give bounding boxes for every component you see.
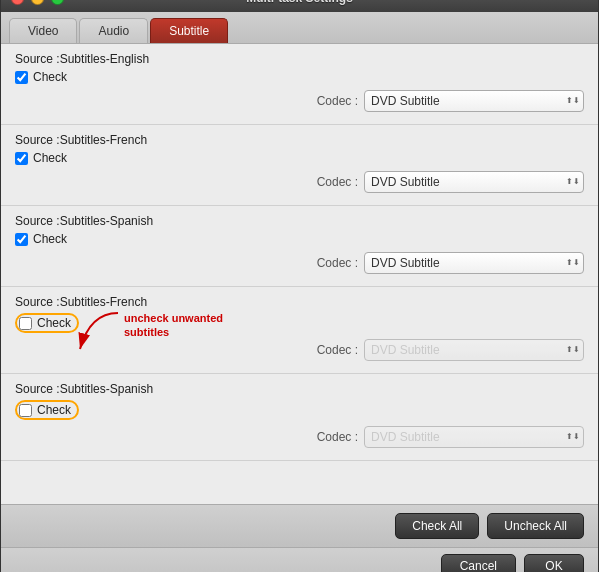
codec-select-wrapper-3: DVD Subtitle SRT SSA/ASS VobSub xyxy=(364,252,584,274)
annotation-text: uncheck unwanted subtitles xyxy=(124,311,223,340)
codec-select-1[interactable]: DVD Subtitle SRT SSA/ASS VobSub xyxy=(364,90,584,112)
main-window: Multi-task Settings Video Audio Subtitle… xyxy=(0,0,599,572)
codec-select-5[interactable]: DVD Subtitle xyxy=(364,426,584,448)
check-row-4: Check uncheck unwanted subtitl xyxy=(15,313,584,333)
tab-video[interactable]: Video xyxy=(9,18,77,43)
codec-select-wrapper-5: DVD Subtitle xyxy=(364,426,584,448)
close-button[interactable] xyxy=(11,0,24,5)
check-all-button[interactable]: Check All xyxy=(395,513,479,539)
cancel-button[interactable]: Cancel xyxy=(441,554,516,572)
window-title: Multi-task Settings xyxy=(246,0,353,5)
subtitle-entry-3: Source :Subtitles-Spanish Check Codec : … xyxy=(1,206,598,287)
check-input-3[interactable] xyxy=(15,233,28,246)
codec-label-4: Codec : xyxy=(317,343,358,357)
check-input-2[interactable] xyxy=(15,152,28,165)
check-label-4: Check xyxy=(37,316,71,330)
codec-select-3[interactable]: DVD Subtitle SRT SSA/ASS VobSub xyxy=(364,252,584,274)
arrow-icon xyxy=(70,311,120,355)
codec-row-1: Codec : DVD Subtitle SRT SSA/ASS VobSub xyxy=(15,90,584,112)
codec-select-2[interactable]: DVD Subtitle SRT SSA/ASS VobSub xyxy=(364,171,584,193)
bottom-action-bar: Check All Uncheck All xyxy=(1,504,598,547)
check-row-5: Check xyxy=(15,400,584,420)
codec-select-4[interactable]: DVD Subtitle xyxy=(364,339,584,361)
annotation-arrow: uncheck unwanted subtitles xyxy=(70,311,223,355)
codec-select-wrapper-1: DVD Subtitle SRT SSA/ASS VobSub xyxy=(364,90,584,112)
codec-label-1: Codec : xyxy=(317,94,358,108)
codec-label-3: Codec : xyxy=(317,256,358,270)
subtitle-entry-4: Source :Subtitles-French Check xyxy=(1,287,598,374)
tab-subtitle[interactable]: Subtitle xyxy=(150,18,228,43)
uncheck-all-button[interactable]: Uncheck All xyxy=(487,513,584,539)
subtitle-entry-2: Source :Subtitles-French Check Codec : D… xyxy=(1,125,598,206)
source-label-1: Source :Subtitles-English xyxy=(15,52,584,66)
spacer xyxy=(1,461,598,481)
source-label-2: Source :Subtitles-French xyxy=(15,133,584,147)
check-row-2: Check xyxy=(15,151,584,165)
footer-bar: Cancel OK xyxy=(1,547,598,572)
check-input-1[interactable] xyxy=(15,71,28,84)
check-label-2: Check xyxy=(33,151,67,165)
check-label-3: Check xyxy=(33,232,67,246)
codec-label-2: Codec : xyxy=(317,175,358,189)
minimize-button[interactable] xyxy=(31,0,44,5)
source-label-4: Source :Subtitles-French xyxy=(15,295,584,309)
codec-select-wrapper-4: DVD Subtitle xyxy=(364,339,584,361)
titlebar: Multi-task Settings xyxy=(1,0,598,12)
window-controls xyxy=(11,0,64,5)
subtitle-entry-1: Source :Subtitles-English Check Codec : … xyxy=(1,44,598,125)
check-input-4[interactable] xyxy=(19,317,32,330)
check-row-1: Check xyxy=(15,70,584,84)
codec-select-wrapper-2: DVD Subtitle SRT SSA/ASS VobSub xyxy=(364,171,584,193)
check-label-5: Check xyxy=(37,403,71,417)
tab-audio[interactable]: Audio xyxy=(79,18,148,43)
check-row-3: Check xyxy=(15,232,584,246)
ok-button[interactable]: OK xyxy=(524,554,584,572)
content-area: Source :Subtitles-English Check Codec : … xyxy=(1,44,598,504)
codec-row-3: Codec : DVD Subtitle SRT SSA/ASS VobSub xyxy=(15,252,584,274)
check-input-5[interactable] xyxy=(19,404,32,417)
check-highlight-5: Check xyxy=(15,400,79,420)
codec-row-5: Codec : DVD Subtitle xyxy=(15,426,584,448)
codec-label-5: Codec : xyxy=(317,430,358,444)
subtitle-entry-5: Source :Subtitles-Spanish Check Codec : … xyxy=(1,374,598,461)
codec-row-2: Codec : DVD Subtitle SRT SSA/ASS VobSub xyxy=(15,171,584,193)
source-label-3: Source :Subtitles-Spanish xyxy=(15,214,584,228)
tab-bar: Video Audio Subtitle xyxy=(1,12,598,44)
maximize-button[interactable] xyxy=(51,0,64,5)
check-label-1: Check xyxy=(33,70,67,84)
source-label-5: Source :Subtitles-Spanish xyxy=(15,382,584,396)
